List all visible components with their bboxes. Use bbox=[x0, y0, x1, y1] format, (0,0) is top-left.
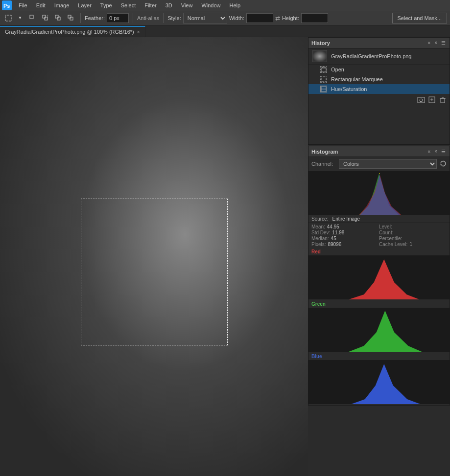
add-selection-btn[interactable]: + bbox=[40, 13, 51, 23]
hue-sat-icon bbox=[320, 86, 327, 92]
pixels-stat: Pixels: 89096 bbox=[311, 242, 379, 247]
mean-label: Mean: bbox=[311, 224, 325, 229]
svg-rect-13 bbox=[321, 68, 326, 72]
menu-help[interactable]: Help bbox=[226, 1, 245, 9]
history-panel: History « × ☰ G bbox=[308, 37, 450, 145]
level-label: Level: bbox=[379, 224, 392, 229]
channel-select[interactable]: Colors RGB Red Green Blue Luminosity bbox=[339, 159, 437, 169]
width-height-group: Width: ⇄ Height: bbox=[229, 13, 328, 23]
height-label: Height: bbox=[282, 15, 299, 21]
options-toolbar: ▼ + - Feather: Anti-alias Style: Normal … bbox=[0, 11, 450, 25]
height-input[interactable] bbox=[301, 13, 328, 23]
new-selection-btn[interactable] bbox=[27, 13, 38, 23]
blue-histogram bbox=[308, 360, 450, 404]
menu-type[interactable]: Type bbox=[96, 1, 116, 9]
red-channel-label: Red bbox=[308, 248, 450, 255]
histogram-panel-header: Histogram « × ☰ bbox=[308, 146, 450, 157]
main-area: History « × ☰ G bbox=[0, 37, 450, 476]
tab-title: GrayRadialGradientProPhoto.png @ 100% (R… bbox=[5, 29, 134, 35]
history-item-open[interactable]: Open bbox=[308, 65, 450, 74]
swap-dimensions-icon[interactable]: ⇄ bbox=[275, 15, 280, 22]
pixels-label: Pixels: bbox=[311, 242, 326, 247]
width-input[interactable] bbox=[246, 13, 273, 23]
menu-filter[interactable]: Filter bbox=[141, 1, 160, 9]
new-document-btn[interactable] bbox=[428, 96, 436, 105]
subtract-selection-btn[interactable]: - bbox=[53, 13, 64, 23]
refresh-histogram-btn[interactable] bbox=[440, 160, 447, 168]
cache-value: 1 bbox=[409, 242, 412, 247]
mean-value: 44.95 bbox=[327, 224, 339, 229]
marquee-tool-group: ▼ bbox=[3, 13, 25, 23]
stddev-value: 11.98 bbox=[332, 230, 344, 235]
cache-stat: Cache Level: 1 bbox=[379, 242, 447, 247]
channel-row: Channel: Colors RGB Red Green Blue Lumin… bbox=[308, 157, 450, 171]
blue-channel-label: Blue bbox=[308, 353, 450, 360]
canvas-area[interactable] bbox=[0, 37, 308, 476]
intersect-selection-btn[interactable] bbox=[66, 13, 76, 23]
new-snapshot-btn[interactable] bbox=[417, 96, 425, 105]
median-stat: Median: 45 bbox=[311, 236, 379, 241]
level-stat: Level: bbox=[379, 224, 447, 229]
histogram-panel-title: Histogram bbox=[311, 149, 338, 155]
open-icon bbox=[320, 66, 327, 73]
median-label: Median: bbox=[311, 236, 329, 241]
channel-label: Channel: bbox=[311, 161, 336, 167]
histogram-panel-controls: « × ☰ bbox=[427, 149, 447, 154]
history-open-label: Open bbox=[331, 67, 344, 72]
svg-text:+: + bbox=[47, 15, 48, 18]
svg-rect-3 bbox=[30, 15, 33, 19]
document-tab[interactable]: GrayRadialGradientProPhoto.png @ 100% (R… bbox=[0, 26, 145, 37]
feather-input[interactable] bbox=[107, 13, 129, 23]
menu-window[interactable]: Window bbox=[197, 1, 224, 9]
stats-grid: Mean: 44.95 Level: Std Dev: 11.98 Count:… bbox=[308, 223, 450, 248]
tab-close-btn[interactable]: × bbox=[137, 29, 140, 35]
count-stat: Count: bbox=[379, 230, 447, 235]
source-label: Source: bbox=[311, 216, 328, 222]
stddev-label: Std Dev: bbox=[311, 230, 330, 235]
selection-marquee bbox=[81, 199, 228, 345]
svg-text:-: - bbox=[59, 15, 61, 18]
menu-3d[interactable]: 3D bbox=[162, 1, 176, 9]
cache-label: Cache Level: bbox=[379, 242, 407, 247]
menu-image[interactable]: Image bbox=[50, 1, 73, 9]
svg-rect-7 bbox=[55, 15, 58, 18]
width-label: Width: bbox=[229, 15, 244, 21]
menu-edit[interactable]: Edit bbox=[32, 1, 49, 9]
history-close-btn[interactable]: × bbox=[433, 40, 438, 45]
history-item-marquee[interactable]: Rectangular Marquee bbox=[308, 74, 450, 84]
history-menu-btn[interactable]: ☰ bbox=[440, 40, 447, 45]
histogram-close-btn[interactable]: × bbox=[433, 149, 438, 154]
stddev-stat: Std Dev: 11.98 bbox=[311, 230, 379, 235]
history-item-hue-sat[interactable]: Hue/Saturation bbox=[308, 84, 450, 94]
source-row: Source: Entire Image bbox=[308, 215, 450, 223]
panels-right: History « × ☰ G bbox=[308, 37, 450, 476]
source-value: Entire Image bbox=[332, 216, 447, 222]
menu-view[interactable]: View bbox=[177, 1, 197, 9]
tab-bar: GrayRadialGradientProPhoto.png @ 100% (R… bbox=[0, 25, 450, 37]
history-snapshot-row[interactable]: GrayRadialGradientProPhoto.png bbox=[308, 48, 450, 65]
rectangular-marquee-btn[interactable] bbox=[3, 13, 14, 23]
svg-rect-10 bbox=[68, 15, 71, 18]
select-and-mask-btn[interactable]: Select and Mask... bbox=[392, 13, 448, 23]
menu-select[interactable]: Select bbox=[117, 1, 140, 9]
median-value: 45 bbox=[331, 236, 336, 241]
separator-1 bbox=[80, 13, 81, 23]
marquee-dropdown-btn[interactable]: ▼ bbox=[15, 13, 25, 23]
histogram-collapse-btn[interactable]: « bbox=[427, 149, 432, 154]
svg-rect-14 bbox=[321, 77, 326, 82]
histogram-menu-btn[interactable]: ☰ bbox=[440, 149, 447, 154]
delete-history-btn[interactable] bbox=[439, 96, 447, 105]
svg-marker-30 bbox=[349, 311, 422, 352]
menu-bar: Ps File Edit Image Layer Type Select Fil… bbox=[0, 0, 450, 11]
percentile-label: Percentile: bbox=[379, 236, 402, 241]
green-histogram bbox=[308, 308, 450, 352]
pixels-value: 89096 bbox=[328, 242, 341, 247]
snapshot-name: GrayRadialGradientProPhoto.png bbox=[331, 53, 411, 59]
colors-histogram bbox=[308, 171, 450, 215]
menu-layer[interactable]: Layer bbox=[74, 1, 95, 9]
green-channel-label: Green bbox=[308, 300, 450, 308]
percentile-stat: Percentile: bbox=[379, 236, 447, 241]
style-select[interactable]: Normal Fixed Ratio Fixed Size bbox=[183, 13, 227, 23]
menu-file[interactable]: File bbox=[15, 1, 31, 9]
history-collapse-btn[interactable]: « bbox=[427, 40, 432, 45]
